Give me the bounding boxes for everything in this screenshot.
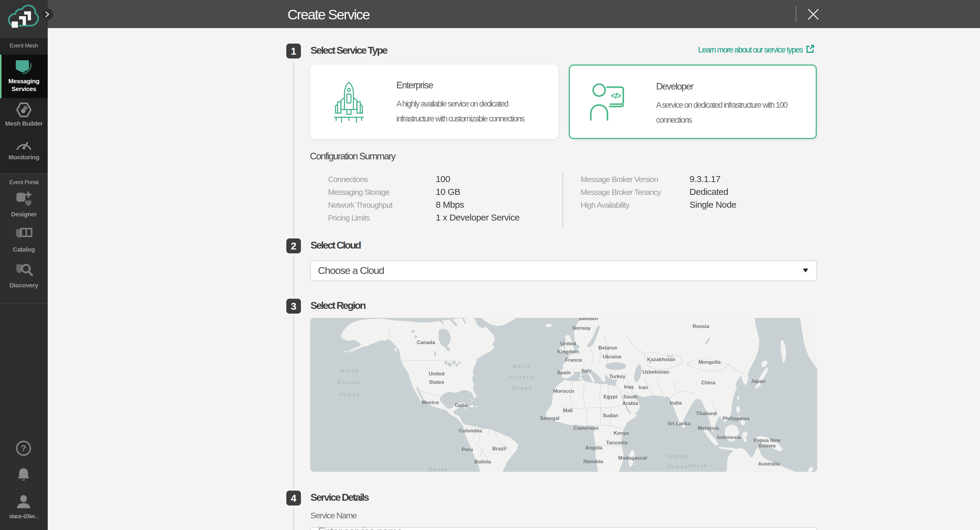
svg-text:Iraq: Iraq <box>624 384 633 390</box>
svg-text:South: South <box>688 463 708 469</box>
svg-text:Indian: Indian <box>667 453 689 459</box>
svg-text:North: North <box>340 368 360 374</box>
svg-text:Sudan: Sudan <box>603 413 618 418</box>
svg-text:China: China <box>701 380 716 386</box>
svg-text:Peru: Peru <box>462 447 473 452</box>
svg-text:Namibia: Namibia <box>583 459 603 465</box>
svg-text:Senegal: Senegal <box>540 415 559 421</box>
svg-text:Iran: Iran <box>638 385 648 390</box>
svg-text:Ukraine: Ukraine <box>603 354 621 359</box>
svg-text:United: United <box>560 341 576 346</box>
svg-text:Japan: Japan <box>751 378 765 384</box>
svg-text:Bolivia: Bolivia <box>474 459 491 465</box>
svg-text:Guinea: Guinea <box>759 443 776 449</box>
svg-text:Ocean: Ocean <box>339 392 361 398</box>
svg-text:India: India <box>670 400 682 406</box>
svg-text:Belarus: Belarus <box>598 345 617 351</box>
svg-text:France: France <box>565 357 582 363</box>
svg-text:Turkey: Turkey <box>609 374 626 379</box>
svg-text:Canada: Canada <box>417 340 435 345</box>
svg-text:Cuba: Cuba <box>455 402 468 408</box>
svg-text:Kenya: Kenya <box>614 430 629 436</box>
svg-text:Indonesia: Indonesia <box>717 434 741 440</box>
svg-text:Australia: Australia <box>758 461 780 467</box>
svg-text:United: United <box>429 371 445 377</box>
svg-text:Italy: Italy <box>582 368 592 374</box>
svg-text:?: ? <box>21 443 26 453</box>
svg-text:Thailand: Thailand <box>696 410 717 416</box>
svg-text:Cameroon: Cameroon <box>574 425 598 431</box>
svg-text:Arabia: Arabia <box>622 401 638 406</box>
svg-text:Mexico: Mexico <box>422 399 439 405</box>
svg-text:Uzbekistan: Uzbekistan <box>643 369 669 375</box>
svg-text:Angola: Angola <box>585 445 603 451</box>
svg-text:Spain: Spain <box>557 370 571 375</box>
svg-text:Saudi: Saudi <box>623 394 637 399</box>
svg-text:North: North <box>513 364 532 369</box>
svg-text:Philippines: Philippines <box>722 416 750 421</box>
svg-text:Russia: Russia <box>692 324 709 329</box>
svg-text:Papua New: Papua New <box>754 437 781 443</box>
svg-text:Malaysia: Malaysia <box>698 425 719 431</box>
svg-text:</>: </> <box>611 91 621 100</box>
svg-text:Norway: Norway <box>572 325 591 331</box>
svg-text:Brazil: Brazil <box>492 446 506 452</box>
svg-text:Kingdom: Kingdom <box>557 349 579 354</box>
svg-text:Colombia: Colombia <box>459 428 482 434</box>
svg-text:Tanzania: Tanzania <box>606 440 627 445</box>
svg-text:Atlantic: Atlantic <box>508 375 536 380</box>
svg-text:Mali: Mali <box>563 408 573 413</box>
svg-text:States: States <box>429 379 444 385</box>
svg-text:Sri Lanka: Sri Lanka <box>668 421 691 426</box>
svg-text:Kazakhstan: Kazakhstan <box>647 357 675 362</box>
svg-text:Egypt: Egypt <box>603 394 618 399</box>
svg-text:South: South <box>429 467 449 472</box>
svg-text:Madagascar: Madagascar <box>618 455 648 461</box>
svg-text:Mongolia: Mongolia <box>698 359 721 365</box>
svg-text:Sweden: Sweden <box>579 318 598 321</box>
svg-text:Ocean: Ocean <box>511 385 533 391</box>
svg-text:Morocco: Morocco <box>553 388 574 394</box>
svg-text:Ocean: Ocean <box>667 464 689 470</box>
svg-text:Pacific: Pacific <box>337 380 362 386</box>
